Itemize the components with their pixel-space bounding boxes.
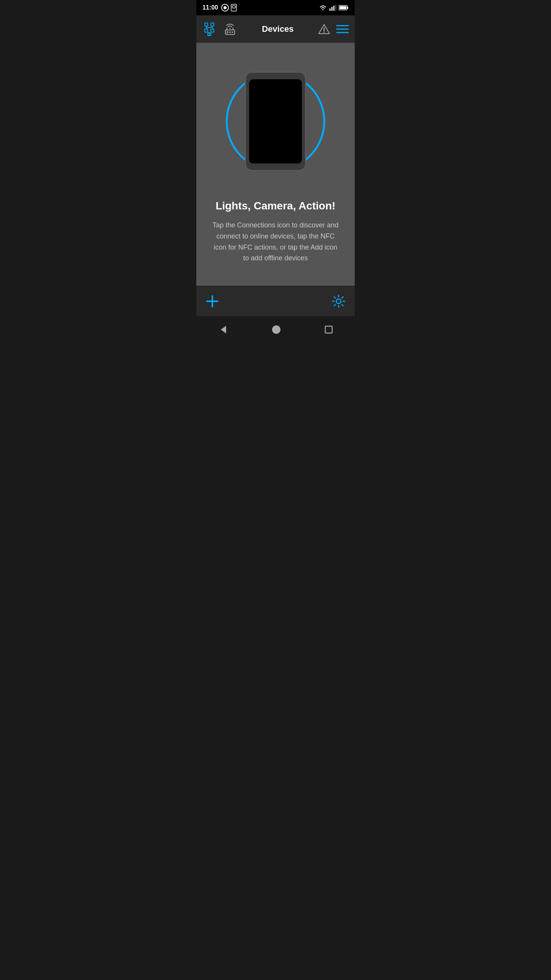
svg-rect-10 (339, 6, 346, 9)
app-bar-left (202, 21, 238, 37)
app-bar-center: Devices (238, 24, 318, 34)
hamburger-menu-icon[interactable] (336, 24, 349, 34)
svg-rect-7 (335, 5, 336, 11)
svg-point-1 (223, 6, 227, 9)
bottom-bar (196, 286, 355, 316)
app-bar-right (318, 23, 349, 35)
svg-rect-3 (232, 6, 235, 8)
svg-point-29 (324, 32, 325, 33)
svg-rect-2 (231, 4, 236, 11)
wifi-signal-icon (319, 4, 327, 11)
sim-icon (230, 4, 237, 11)
text-section: Lights, Camera, Action! Tap the Connecti… (212, 200, 339, 264)
status-bar: 11:00 (196, 0, 355, 15)
battery-icon (339, 5, 349, 10)
back-button[interactable] (210, 320, 236, 339)
signal-bars-icon (329, 5, 336, 11)
settings-button[interactable] (332, 294, 346, 308)
svg-rect-13 (205, 29, 208, 32)
svg-rect-14 (211, 29, 214, 32)
app-bar: Devices (196, 15, 355, 43)
svg-rect-38 (325, 326, 332, 333)
nfc-wifi-icon[interactable] (222, 21, 238, 37)
svg-point-35 (336, 299, 341, 304)
home-button[interactable] (264, 321, 289, 338)
phone-screen (249, 79, 302, 163)
svg-point-37 (272, 325, 280, 334)
status-icons-left (221, 4, 237, 11)
recents-button[interactable] (316, 321, 341, 338)
svg-point-26 (231, 31, 233, 33)
svg-point-24 (227, 31, 228, 33)
svg-rect-12 (211, 23, 214, 26)
svg-rect-5 (331, 7, 333, 11)
main-heading: Lights, Camera, Action! (215, 200, 335, 212)
nav-bar (196, 316, 355, 343)
status-left: 11:00 (202, 4, 237, 11)
page-title: Devices (238, 24, 318, 34)
phone-body (245, 72, 306, 171)
status-time: 11:00 (202, 4, 218, 11)
status-right (319, 4, 349, 11)
main-content: Lights, Camera, Action! Tap the Connecti… (196, 43, 355, 286)
phone-illustration (222, 66, 329, 177)
svg-marker-36 (221, 326, 226, 333)
media-icon (221, 4, 229, 11)
svg-point-25 (229, 31, 231, 33)
svg-rect-11 (205, 23, 208, 26)
svg-rect-6 (333, 6, 334, 11)
alert-icon[interactable] (318, 23, 330, 35)
connections-icon[interactable] (202, 22, 216, 36)
main-description: Tap the Connections icon to discover and… (212, 220, 339, 264)
add-button[interactable] (205, 294, 219, 308)
svg-rect-9 (347, 7, 348, 9)
svg-rect-4 (329, 8, 331, 11)
